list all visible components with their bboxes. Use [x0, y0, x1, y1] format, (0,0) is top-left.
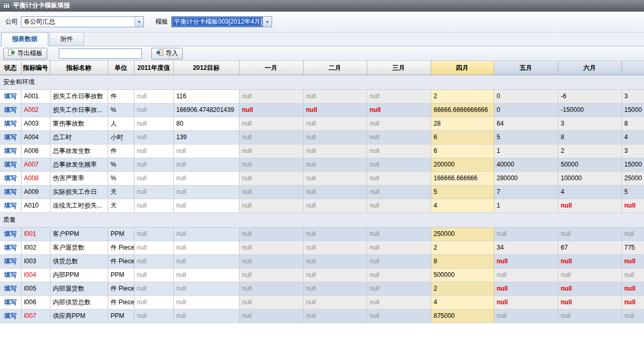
export-template-button[interactable]: 导出模板	[3, 48, 47, 59]
cell-indicator-name: 总事故发生数	[50, 145, 108, 158]
fill-link[interactable]: 填写	[4, 298, 17, 306]
cell-month-value: null	[621, 199, 644, 213]
fill-link[interactable]: 填写	[4, 161, 17, 168]
cell-status: 填写	[0, 117, 21, 131]
cell-indicator-code: I005	[21, 282, 50, 296]
fill-link[interactable]: 填写	[4, 244, 17, 251]
cell-status: 填写	[0, 269, 21, 282]
template-label: 模板	[155, 17, 168, 26]
group-row: 质量	[0, 213, 644, 228]
cell-month-value: 5	[494, 131, 558, 145]
cell-unit: 天	[108, 199, 134, 213]
cell-month-value: 166666.666666	[431, 172, 494, 186]
cell-status: 填写	[0, 172, 21, 186]
cell-2012-target: 166906.4748201439	[173, 104, 239, 117]
cell-2011-value: null	[134, 282, 173, 296]
cell-month-value: 3	[621, 145, 644, 158]
cell-unit: PPM	[108, 310, 134, 323]
fill-link[interactable]: 填写	[4, 257, 17, 265]
cell-month-value: null	[367, 296, 431, 310]
cell-month-value: null	[239, 104, 303, 117]
cell-indicator-code: I003	[21, 255, 50, 269]
cell-month-value: 4	[558, 186, 621, 199]
cell-2012-target: null	[173, 296, 239, 310]
cell-2012-target: null	[173, 228, 239, 241]
cell-month-value: null	[558, 228, 621, 241]
cell-indicator-name: 内部退货数	[50, 282, 108, 296]
spreadsheet-icon	[3, 3, 10, 8]
fill-link[interactable]: 填写	[4, 106, 17, 114]
fill-link[interactable]: 填写	[4, 133, 17, 141]
table-row: 填写A009实际损失工作日天nullnullnullnullnull5745	[0, 186, 644, 199]
cell-month-value: null	[494, 255, 558, 269]
fill-link[interactable]: 填写	[4, 285, 17, 292]
tab-report-data[interactable]: 报表数据	[1, 32, 48, 46]
fill-link[interactable]: 填写	[4, 92, 17, 100]
cell-2011-value: null	[134, 104, 173, 117]
cell-indicator-name: 内部PPM	[50, 269, 108, 282]
cell-month-value: null	[621, 269, 644, 282]
import-button[interactable]: 导入	[151, 48, 183, 59]
cell-month-value: null	[239, 145, 303, 158]
chevron-down-icon[interactable]: ▼	[134, 17, 143, 27]
column-header: 2012目标	[173, 61, 239, 75]
cell-2011-value: null	[134, 90, 173, 104]
group-header: 质量	[0, 213, 644, 228]
cell-month-value: 25000	[621, 172, 644, 186]
cell-status: 填写	[0, 241, 21, 255]
cell-2012-target: null	[173, 310, 239, 323]
cell-2012-target: null	[173, 255, 239, 269]
cell-month-value: null	[303, 282, 367, 296]
cell-unit: 小时	[108, 131, 134, 145]
cell-2012-target: null	[173, 172, 239, 186]
cell-indicator-name: 客户PPM	[50, 228, 108, 241]
fill-link[interactable]: 填写	[4, 174, 17, 182]
company-select[interactable]: 各公司汇总 ▼	[21, 16, 144, 27]
column-header: 二月	[303, 61, 367, 75]
table-row: 填写I001客户PPMPPMnullnullnullnullnull250000…	[0, 228, 644, 241]
fill-link[interactable]: 填写	[4, 202, 17, 209]
fill-link[interactable]: 填写	[4, 271, 17, 279]
cell-month-value: null	[367, 131, 431, 145]
cell-month-value: null	[367, 117, 431, 131]
cell-month-value: null	[239, 90, 303, 104]
cell-month-value: null	[367, 186, 431, 199]
table-row: 填写I004内部PPMPPMnullnullnullnullnull500000…	[0, 269, 644, 282]
cell-2012-target: 139	[173, 131, 239, 145]
cell-month-value: null	[239, 186, 303, 199]
scorecard-grid: 状态指标编号指标名称单位2011年度值2012目标一月二月三月四月五月六月安全和…	[0, 61, 644, 323]
cell-month-value: null	[621, 282, 644, 296]
cell-month-value: null	[239, 241, 303, 255]
cell-indicator-name: 连续无工时损失...	[50, 199, 108, 213]
cell-indicator-code: I002	[21, 241, 50, 255]
import-file-input[interactable]	[59, 48, 142, 59]
template-select[interactable]: 平衡计分卡模板003[2012年4月] ▼	[171, 16, 272, 27]
cell-indicator-code: A004	[21, 131, 50, 145]
cell-month-value: 6	[431, 131, 494, 145]
cell-month-value: -150000	[558, 104, 621, 117]
fill-link[interactable]: 填写	[4, 312, 17, 320]
chevron-down-icon[interactable]: ▼	[263, 17, 272, 27]
cell-month-value: 0	[494, 90, 558, 104]
cell-month-value: null	[367, 104, 431, 117]
table-row: 填写A001损失工作日事故数件null116nullnullnull20-63	[0, 90, 644, 104]
cell-month-value: null	[239, 310, 303, 323]
cell-2011-value: null	[134, 131, 173, 145]
cell-status: 填写	[0, 158, 21, 172]
cell-month-value: null	[239, 158, 303, 172]
tab-attachments[interactable]: 附件	[49, 32, 84, 46]
fill-link[interactable]: 填写	[4, 120, 17, 127]
cell-month-value: 280000	[494, 172, 558, 186]
cell-month-value: null	[239, 255, 303, 269]
cell-month-value: 875000	[431, 310, 494, 323]
fill-link[interactable]: 填写	[4, 147, 17, 154]
cell-indicator-code: I001	[21, 228, 50, 241]
cell-month-value: 15000	[621, 158, 644, 172]
fill-link[interactable]: 填写	[4, 188, 17, 195]
fill-link[interactable]: 填写	[4, 230, 17, 238]
table-row: 填写I005内部退货数件 Piecesnullnullnullnullnull2…	[0, 282, 644, 296]
cell-2012-target: null	[173, 241, 239, 255]
cell-month-value: null	[367, 241, 431, 255]
cell-month-value: 34	[494, 241, 558, 255]
cell-month-value: 0	[494, 104, 558, 117]
